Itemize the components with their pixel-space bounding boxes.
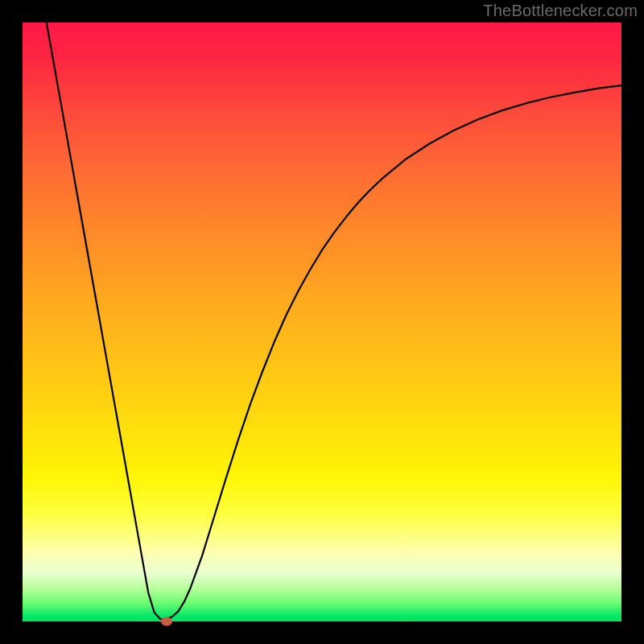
watermark-text: TheBottlenecker.com [483,2,638,20]
sweet-spot-marker [161,617,172,626]
bottleneck-curve [23,23,621,621]
chart-frame: TheBottlenecker.com [0,0,644,644]
plot-area [23,23,621,621]
